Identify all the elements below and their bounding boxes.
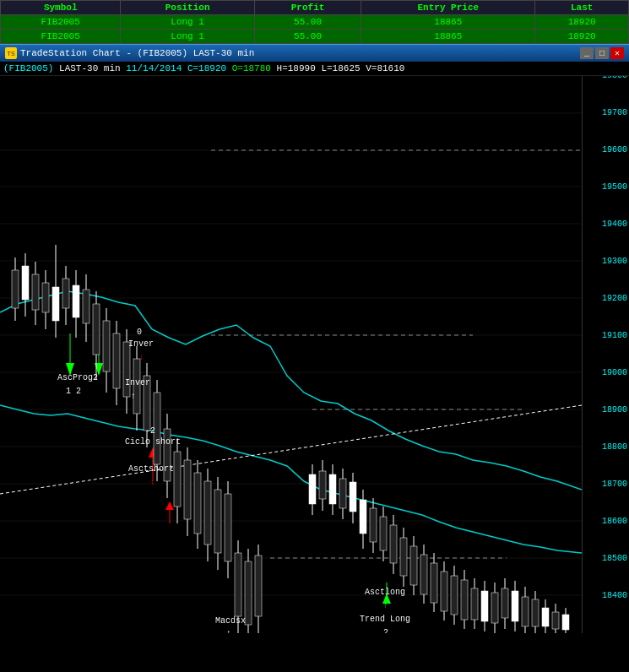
- svg-rect-97: [390, 525, 397, 563]
- svg-rect-46: [123, 342, 130, 397]
- price-19800: 19800: [583, 76, 627, 80]
- svg-rect-85: [339, 479, 346, 508]
- svg-rect-60: [174, 452, 181, 507]
- svg-rect-83: [329, 474, 336, 504]
- price-19600: 19600: [583, 145, 627, 154]
- svg-rect-91: [360, 500, 366, 534]
- chart-area[interactable]: 19800 19700 19600 19500 19400 19300 1920…: [0, 76, 629, 633]
- annotation-inver2: Inver: [125, 378, 150, 387]
- svg-rect-62: [184, 460, 191, 519]
- svg-rect-125: [532, 599, 539, 626]
- chart-interval-val: LAST-30 min: [59, 63, 121, 73]
- svg-rect-20: [12, 270, 19, 308]
- annotation-arrow-red1: ↓: [150, 451, 155, 460]
- price-19700: 19700: [583, 108, 627, 117]
- close-button[interactable]: ✕: [610, 47, 624, 59]
- svg-rect-109: [451, 576, 458, 615]
- svg-rect-95: [380, 517, 387, 550]
- price-18900: 18900: [583, 405, 627, 415]
- window-title: TradeStation Chart - (FIB2005) LAST-30 m…: [20, 48, 254, 58]
- svg-rect-75: [245, 561, 252, 625]
- open-val: 18780: [243, 63, 271, 73]
- col-entry-price: Entry Price: [361, 1, 535, 15]
- svg-rect-113: [471, 588, 478, 620]
- row2-entry: 18865: [361, 30, 535, 44]
- price-18700: 18700: [583, 480, 627, 489]
- row2-symbol: FIB2005: [1, 30, 121, 44]
- svg-rect-101: [410, 546, 417, 585]
- svg-rect-24: [32, 274, 39, 310]
- row2-profit: 55.00: [254, 30, 361, 44]
- svg-rect-44: [113, 333, 120, 388]
- maximize-button[interactable]: □: [595, 47, 609, 59]
- svg-rect-107: [441, 572, 447, 611]
- annotation-ascprog2: AscProg2: [57, 373, 98, 382]
- annotation-arrow-up2: ↑: [226, 629, 231, 633]
- annotation-asctshort: Asctshort: [128, 464, 174, 474]
- price-19200: 19200: [583, 294, 627, 303]
- svg-rect-99: [400, 538, 407, 576]
- price-18800: 18800: [583, 442, 627, 452]
- row1-symbol: FIB2005: [1, 15, 121, 30]
- annotation-trend-long: Trend Long: [360, 615, 410, 624]
- svg-rect-105: [431, 563, 437, 603]
- window-controls[interactable]: _ □ ✕: [580, 47, 624, 59]
- price-18500: 18500: [583, 554, 627, 563]
- open-label: O=: [232, 63, 243, 73]
- title-bar: TS TradeStation Chart - (FIB2005) LAST-3…: [0, 44, 629, 62]
- row2-last: 18920: [535, 30, 629, 44]
- svg-rect-87: [350, 482, 356, 512]
- price-scale: 19800 19700 19600 19500 19400 19300 1920…: [582, 76, 629, 633]
- svg-rect-93: [370, 508, 377, 542]
- price-19300: 19300: [583, 257, 627, 266]
- svg-marker-57: [165, 501, 174, 510]
- annotation-minus2: -2: [145, 426, 155, 436]
- price-18600: 18600: [583, 517, 627, 526]
- vol-val: 81610: [377, 63, 404, 73]
- low-val: 18625: [333, 63, 361, 73]
- annotation-asctlong: Asctlong: [365, 588, 405, 597]
- svg-rect-131: [562, 615, 569, 630]
- chart-svg: [0, 76, 582, 633]
- annotation-arrow-red2: ↓: [150, 478, 155, 487]
- price-19500: 19500: [583, 182, 627, 192]
- svg-rect-26: [42, 283, 49, 312]
- svg-rect-70: [225, 494, 231, 561]
- chart-info-bar: (FIB2005) LAST-30 min 11/14/2014 C=18920…: [0, 62, 629, 76]
- col-profit: Profit: [254, 1, 361, 15]
- svg-rect-121: [512, 591, 518, 621]
- annotation-trend-2: 2: [383, 628, 388, 633]
- minimize-button[interactable]: _: [580, 47, 594, 59]
- col-last: Last: [535, 1, 629, 15]
- svg-rect-103: [420, 555, 427, 594]
- price-19400: 19400: [583, 219, 627, 229]
- positions-table: Symbol Position Profit Entry Price Last …: [0, 0, 629, 44]
- annotation-12: 1 2: [66, 387, 81, 396]
- annotation-0: 0: [137, 328, 142, 337]
- high-label: H=: [277, 63, 288, 73]
- col-symbol: Symbol: [1, 1, 121, 15]
- svg-rect-129: [552, 612, 559, 629]
- price-19000: 19000: [583, 368, 627, 377]
- close-val: 18920: [198, 63, 226, 73]
- svg-rect-66: [204, 481, 211, 545]
- low-label: L=: [321, 63, 332, 73]
- close-label: C=: [187, 63, 198, 73]
- annotation-ciclo-short: Ciclo short: [125, 437, 181, 447]
- svg-rect-28: [52, 287, 59, 321]
- svg-rect-30: [62, 279, 69, 308]
- vol-label: V=: [366, 63, 377, 73]
- svg-rect-81: [319, 471, 326, 499]
- svg-rect-119: [502, 588, 508, 618]
- row1-entry: 18865: [361, 15, 535, 30]
- svg-rect-32: [73, 285, 79, 317]
- svg-rect-79: [309, 474, 316, 504]
- row1-last: 18920: [535, 15, 629, 30]
- svg-rect-73: [235, 553, 241, 616]
- annotation-arrow-up1: ↑: [131, 392, 136, 401]
- row2-position: Long 1: [121, 30, 254, 44]
- svg-rect-127: [542, 608, 549, 626]
- chart-symbol: (FIB2005): [3, 63, 53, 73]
- annotation-arrow-green1: ↑: [383, 601, 388, 610]
- svg-rect-42: [103, 321, 110, 371]
